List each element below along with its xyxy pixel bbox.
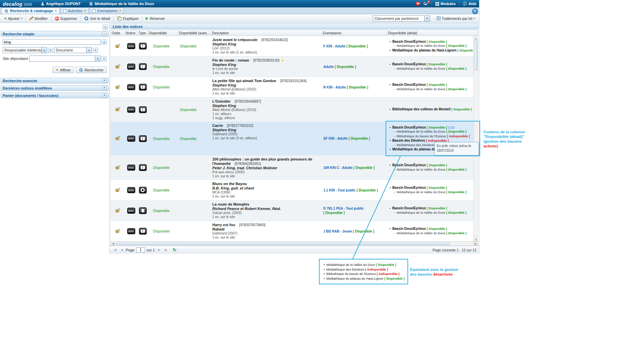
reserver-button[interactable]: Réserver <box>144 16 167 21</box>
tab-close-icon[interactable]: × <box>55 9 57 12</box>
voir-detail-button[interactable]: Voir le détail <box>82 15 112 21</box>
add-to-basket-icon[interactable] <box>115 64 120 69</box>
doc-record-icon[interactable]: DOC <box>127 187 135 193</box>
modifier-button[interactable]: Modifier <box>27 16 49 21</box>
tools-icon[interactable]: 5 <box>424 2 428 6</box>
sort-select[interactable]: Classement par pertinence ▾ <box>373 15 430 22</box>
site-depositaire-select[interactable]: ▾ <box>29 56 101 62</box>
add-to-basket-icon[interactable] <box>115 165 120 170</box>
dupliquer-button[interactable]: Dupliquer <box>115 16 141 21</box>
record-title[interactable]: La route de Memphis <box>212 202 249 206</box>
clear-field-icon[interactable]: × <box>48 48 53 53</box>
scroll-left-icon[interactable]: ◀ <box>111 242 115 245</box>
doc-record-icon[interactable]: DOC <box>127 136 135 142</box>
scroll-right-icon[interactable]: ▶ <box>473 242 478 245</box>
add-to-basket-icon[interactable] <box>115 85 120 90</box>
record-title[interactable]: La petite fille qui aimait Tom Gordon <box>212 79 276 83</box>
panel-dernieres-notices[interactable]: Dernières notices modifiées + <box>1 85 109 91</box>
column-header-exemplaires[interactable]: Exemplaires <box>322 30 387 36</box>
rechercher-button[interactable]: Rechercher <box>76 67 107 73</box>
current-site[interactable]: Médiathèque de la Vallée du Doux <box>89 2 154 6</box>
collapse-sidebar-button[interactable]: « <box>103 25 108 30</box>
expand-panel-icon[interactable]: + <box>102 78 107 83</box>
clear-doc-type-icon[interactable]: × <box>93 48 98 53</box>
add-to-basket-icon[interactable] <box>115 188 120 193</box>
table-row[interactable]: DOC Disponible Blues on the Bayou B.B. K… <box>111 180 473 201</box>
doc-record-icon[interactable]: DOC <box>127 43 135 49</box>
help-icon[interactable]: ? <box>472 8 478 14</box>
doc-type-select[interactable]: Document ▾ <box>54 47 92 53</box>
column-header-type[interactable]: Type ... <box>138 30 148 36</box>
record-title[interactable]: Fin de ronde : roman <box>212 58 249 62</box>
scroll-track[interactable] <box>115 242 473 245</box>
modules-button[interactable]: Modules <box>435 2 456 6</box>
clear-search-icon[interactable]: × <box>102 39 107 44</box>
expand-panel-icon[interactable]: + <box>102 93 107 98</box>
first-page-icon[interactable]: |◀ <box>112 247 117 253</box>
panel-recherche-simple[interactable]: Recherche simple − <box>1 31 109 37</box>
affiner-button[interactable]: Affiner <box>52 67 74 73</box>
tab-recherche-catalogage[interactable]: Recherche & catalogage × <box>1 7 60 14</box>
traitements-par-lot-button[interactable]: Traitements par lot ▾ <box>435 16 477 21</box>
next-page-icon[interactable]: ▶ <box>156 247 162 253</box>
doc-record-icon[interactable]: DOC <box>127 228 135 234</box>
doc-record-icon[interactable]: DOC <box>127 165 135 171</box>
table-row[interactable]: DOC Disponible Fin de ronde : roman[9782… <box>111 57 473 77</box>
record-title[interactable]: L'Outsider <box>212 99 231 103</box>
panel-panier[interactable]: Panier (documents / fascicules) + <box>1 93 109 98</box>
current-user[interactable]: Angélique DUPONT <box>41 2 81 6</box>
last-page-icon[interactable]: ▶| <box>163 247 168 253</box>
expand-panel-icon[interactable]: + <box>102 86 107 90</box>
record-title[interactable]: Blues on the Bayou <box>212 182 247 186</box>
tab-exemplaires[interactable]: Exemplaires × <box>90 7 124 14</box>
column-header-outils[interactable]: Outils <box>111 30 125 36</box>
table-row[interactable]: DOC Disponible Disponible Carrie[9782277… <box>111 122 473 155</box>
record-title[interactable]: 100 philosophes : un guide des plus gran… <box>212 157 312 166</box>
alert-icon[interactable] <box>416 2 420 6</box>
add-to-basket-icon[interactable] <box>115 107 120 112</box>
add-to-basket-icon[interactable] <box>115 229 120 234</box>
prev-page-icon[interactable]: ◀ <box>119 247 124 253</box>
column-header-disponibilite[interactable]: Disponibilité <box>148 30 178 36</box>
caret-down-icon[interactable]: ▾ <box>86 47 92 53</box>
tab-close-icon[interactable]: × <box>119 9 121 12</box>
page-input[interactable] <box>136 247 145 252</box>
scroll-thumb[interactable] <box>116 242 450 245</box>
doc-record-icon[interactable]: DOC <box>127 107 135 113</box>
column-header-notice[interactable]: Notice <box>125 30 138 36</box>
search-input[interactable] <box>3 39 101 45</box>
record-title[interactable]: Carrie <box>212 123 223 128</box>
doc-record-icon[interactable]: DOC <box>127 64 135 70</box>
scroll-thumb[interactable] <box>474 41 478 70</box>
vertical-scrollbar[interactable]: ▲ ▼ <box>473 36 478 241</box>
table-row[interactable]: DOC Disponible Disponible Juste avant le… <box>111 36 473 57</box>
table-row[interactable]: DOC Disponible Harry est fou[97820705736… <box>111 221 473 241</box>
table-row[interactable]: DOC Disponible La petite fille qui aimai… <box>111 77 473 98</box>
table-row[interactable]: DOC Disponible 100 philosophes : un guid… <box>111 155 473 180</box>
collapse-panel-icon[interactable]: − <box>102 32 107 36</box>
caret-down-icon[interactable]: ▾ <box>41 47 47 53</box>
add-to-basket-icon[interactable] <box>115 136 120 141</box>
scroll-down-icon[interactable]: ▼ <box>474 237 478 241</box>
doc-record-icon[interactable]: DOC <box>127 208 135 214</box>
horizontal-scrollbar[interactable]: ◀ ▶ <box>110 241 478 246</box>
table-row[interactable]: DOC Disponible La route de Memphis Richa… <box>111 201 473 221</box>
refresh-icon[interactable]: ↻ <box>173 247 176 252</box>
record-title[interactable]: Harry est fou <box>212 223 235 227</box>
aide-button[interactable]: Aide <box>463 2 476 6</box>
tab-autorites[interactable]: Autorités × <box>61 7 89 14</box>
caret-down-icon[interactable]: ▾ <box>424 16 430 21</box>
panel-recherche-avancee[interactable]: Recherche avancée + <box>1 78 109 83</box>
ajouter-button[interactable]: + Ajouter ▾ <box>2 16 24 21</box>
record-title[interactable]: Juste avant le crépuscule <box>212 38 257 42</box>
table-row[interactable]: DOC Disponible L'Outsider[9782226435897]… <box>111 98 473 122</box>
scroll-track[interactable] <box>474 41 478 237</box>
column-header-disponibilite-detail[interactable]: Disponibilité (détail) <box>387 30 478 36</box>
add-to-basket-icon[interactable] <box>115 44 120 49</box>
search-field-select[interactable]: Responsable intellectuel ▾ <box>3 47 47 53</box>
supprimer-button[interactable]: Supprimer <box>53 16 79 21</box>
column-header-description[interactable]: Description <box>211 30 322 36</box>
doc-record-icon[interactable]: DOC <box>127 84 135 90</box>
add-to-basket-icon[interactable] <box>115 208 120 213</box>
column-header-disponibilite-autre[interactable]: Disponibilité (autre... <box>178 30 211 36</box>
